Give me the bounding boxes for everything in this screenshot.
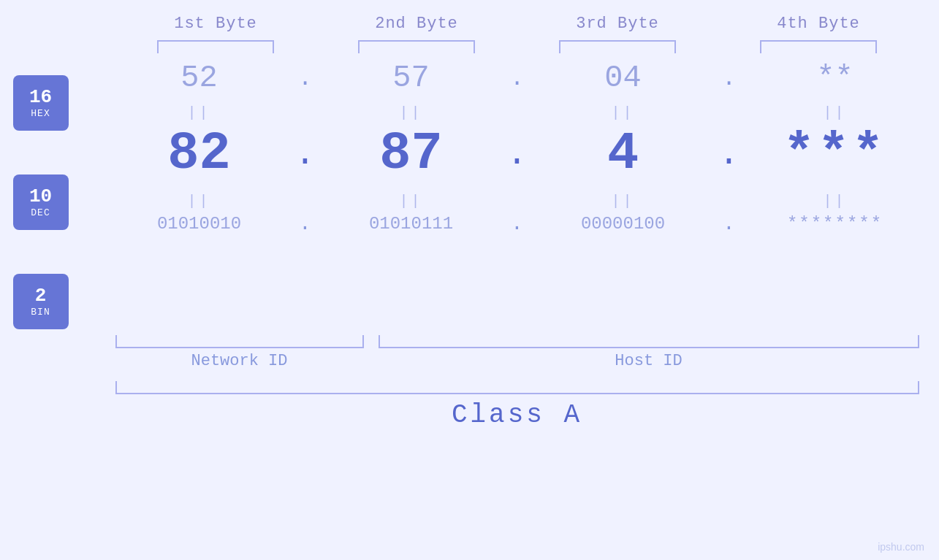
hex-badge-num: 16: [29, 87, 52, 108]
hex-val-2: 57: [320, 61, 503, 96]
id-labels-row: Network ID Host ID: [115, 352, 919, 370]
equals-row-2: || || || ||: [108, 193, 927, 210]
bin-dot-3: .: [715, 212, 744, 235]
dec-val-3: 4: [532, 124, 715, 184]
equals-2-1: ||: [108, 193, 291, 210]
class-row: Class A: [115, 400, 919, 430]
top-brackets-row: [115, 40, 919, 53]
byte-label-2: 2nd Byte: [316, 15, 517, 33]
bin-val-1: 01010010: [108, 214, 291, 234]
bracket-top-3: [559, 40, 676, 53]
content-area: 16 HEX 10 DEC 2 BIN 52 . 57 . 04 . **: [13, 61, 927, 329]
equals-1-4: ||: [744, 104, 927, 121]
bin-val-2: 01010111: [320, 214, 503, 234]
dec-dot-3: .: [715, 134, 744, 174]
bin-dot-2: .: [503, 212, 532, 235]
bracket-top-1: [157, 40, 274, 53]
rows-container: 52 . 57 . 04 . ** || || || || 82: [108, 61, 927, 241]
bin-badge-num: 2: [35, 285, 47, 307]
dec-badge: 10 DEC: [13, 174, 69, 230]
hex-row: 52 . 57 . 04 . **: [108, 61, 927, 96]
hex-dot-3: .: [715, 65, 744, 92]
dec-val-2: 87: [320, 124, 503, 184]
byte-label-1: 1st Byte: [115, 15, 316, 33]
bracket-cell-4: [718, 40, 919, 53]
bin-row: 01010010 . 01010111 . 00000100 . *******…: [108, 212, 927, 235]
hex-val-4: **: [744, 61, 927, 96]
equals-2-4: ||: [744, 193, 927, 210]
dec-dot-1: .: [291, 134, 320, 174]
dec-badge-num: 10: [29, 186, 52, 207]
class-label: Class A: [452, 400, 582, 430]
bracket-cell-1: [115, 40, 316, 53]
bin-dot-1: .: [291, 212, 320, 235]
hex-dot-2: .: [503, 65, 532, 92]
big-bracket-row: [115, 381, 919, 394]
bin-val-3: 00000100: [532, 214, 715, 234]
equals-1-1: ||: [108, 104, 291, 121]
dec-dot-2: .: [503, 134, 532, 174]
main-container: 1st Byte 2nd Byte 3rd Byte 4th Byte 16 H…: [0, 0, 939, 560]
bin-badge: 2 BIN: [13, 274, 69, 329]
bin-badge-label: BIN: [31, 307, 50, 318]
big-bracket: [115, 381, 919, 394]
bracket-cell-2: [316, 40, 517, 53]
hex-val-3: 04: [532, 61, 715, 96]
hex-dot-1: .: [291, 65, 320, 92]
equals-row-1: || || || ||: [108, 104, 927, 121]
dec-val-4: ***: [744, 124, 927, 184]
bracket-top-2: [358, 40, 475, 53]
hex-badge-label: HEX: [31, 108, 50, 119]
host-id-label: Host ID: [379, 352, 919, 370]
byte-label-4: 4th Byte: [718, 15, 919, 33]
byte-labels-row: 1st Byte 2nd Byte 3rd Byte 4th Byte: [115, 15, 919, 33]
bracket-cell-3: [517, 40, 718, 53]
equals-1-2: ||: [320, 104, 503, 121]
dec-row: 82 . 87 . 4 . ***: [108, 124, 927, 184]
equals-2-3: ||: [532, 193, 715, 210]
hex-val-1: 52: [108, 61, 291, 96]
watermark: ipshu.com: [878, 541, 924, 553]
hex-badge: 16 HEX: [13, 75, 69, 131]
bracket-bottom-host: [379, 335, 919, 348]
left-badges: 16 HEX 10 DEC 2 BIN: [13, 61, 108, 329]
network-id-label: Network ID: [115, 352, 364, 370]
equals-2-2: ||: [320, 193, 503, 210]
equals-1-3: ||: [532, 104, 715, 121]
bin-val-4: ********: [744, 214, 927, 234]
dec-badge-label: DEC: [31, 207, 50, 218]
bracket-top-4: [760, 40, 877, 53]
bottom-brackets-row: [115, 335, 919, 348]
byte-label-3: 3rd Byte: [517, 15, 718, 33]
bracket-bottom-network: [115, 335, 364, 348]
dec-val-1: 82: [108, 124, 291, 184]
